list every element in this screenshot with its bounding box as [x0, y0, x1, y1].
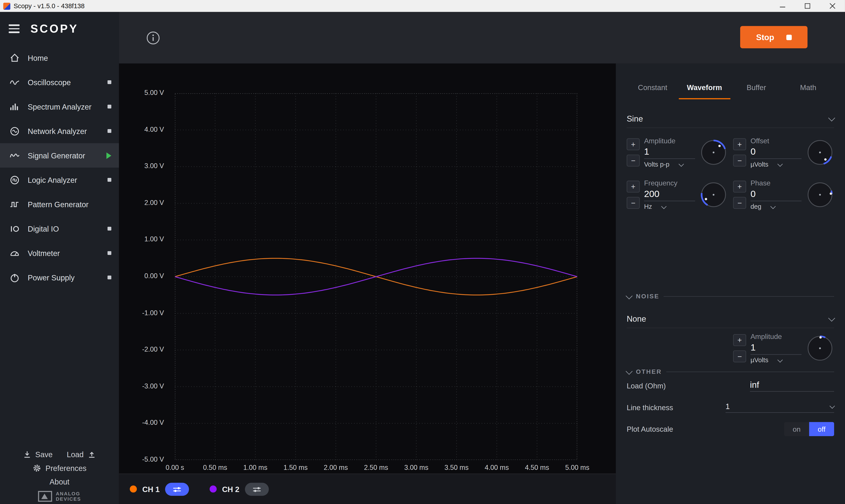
- noise-amplitude-decrement-button[interactable]: −: [733, 350, 746, 362]
- ch2-settings-button[interactable]: [245, 483, 269, 496]
- sidebar-item-logic-analyzer[interactable]: Logic Analyzer: [0, 168, 119, 192]
- sidebar-item-home[interactable]: Home: [0, 46, 119, 70]
- frequency-increment-button[interactable]: +: [627, 181, 640, 193]
- instrument-indicator[interactable]: [107, 178, 111, 182]
- window-title: Scopy - v1.5.0 - 438f138: [14, 2, 770, 10]
- phase-unit: deg: [751, 203, 761, 211]
- pattern-generator-icon: [8, 198, 21, 210]
- line-thickness-select[interactable]: 1: [725, 402, 834, 413]
- sliders-icon: [171, 486, 182, 492]
- phase-knob[interactable]: [806, 181, 834, 209]
- gear-icon: [32, 464, 41, 472]
- noise-type-value: None: [627, 314, 646, 323]
- load-button[interactable]: Load: [67, 450, 96, 459]
- ch1-color-dot: [130, 486, 137, 493]
- offset-value[interactable]: 0: [751, 146, 801, 159]
- line-thickness-label: Line thickness: [627, 403, 673, 412]
- offset-increment-button[interactable]: +: [733, 139, 746, 150]
- offset-knob[interactable]: [806, 139, 834, 167]
- instrument-indicator[interactable]: [107, 80, 111, 84]
- amplitude-unit-select[interactable]: Volts p-p: [644, 161, 695, 168]
- tab-math[interactable]: Math: [782, 75, 834, 100]
- instrument-indicator[interactable]: [107, 275, 111, 279]
- sidebar-item-oscilloscope[interactable]: Oscilloscope: [0, 70, 119, 94]
- preferences-button[interactable]: Preferences: [32, 464, 86, 472]
- autoscale-off-option[interactable]: off: [809, 422, 834, 436]
- offset-label: Offset: [751, 137, 801, 145]
- sidebar-item-signal-generator[interactable]: Signal Generator: [0, 143, 119, 168]
- autoscale-on-option[interactable]: on: [784, 422, 809, 436]
- y-tick-label: 3.00 V: [115, 162, 164, 170]
- maximize-icon: [805, 3, 810, 8]
- amplitude-decrement-button[interactable]: −: [627, 155, 640, 167]
- instrument-indicator[interactable]: [107, 129, 111, 133]
- sidebar-item-power-supply[interactable]: Power Supply: [0, 265, 119, 290]
- x-tick-label: 2.00 ms: [324, 464, 348, 471]
- noise-type-select[interactable]: None: [627, 309, 834, 328]
- minimize-button[interactable]: [770, 0, 795, 12]
- offset-unit-select[interactable]: µVolts: [751, 161, 801, 168]
- running-indicator[interactable]: [106, 152, 111, 159]
- tab-constant[interactable]: Constant: [627, 75, 679, 100]
- frequency-unit-select[interactable]: Hz: [644, 203, 695, 211]
- brand-line1: ANALOG: [56, 491, 81, 496]
- phase-value[interactable]: 0: [751, 189, 801, 201]
- noise-amplitude-increment-button[interactable]: +: [733, 334, 746, 346]
- menu-icon[interactable]: [8, 25, 19, 33]
- sidebar-item-network-analyzer[interactable]: Network Analyzer: [0, 119, 119, 143]
- settings-tabs: Constant Waveform Buffer Math: [627, 75, 834, 100]
- noise-amplitude-knob[interactable]: [806, 334, 834, 362]
- window-controls: [770, 0, 845, 12]
- chevron-down-icon: [828, 114, 835, 121]
- home-icon: [8, 52, 21, 64]
- about-label: About: [50, 478, 69, 486]
- channel-bar: CH 1 CH 2: [119, 474, 616, 504]
- sidebar-item-digital-io[interactable]: Digital IO: [0, 216, 119, 241]
- y-tick-label: -2.00 V: [115, 346, 164, 353]
- logic-analyzer-icon: [8, 174, 21, 186]
- x-tick-label: 4.50 ms: [525, 464, 549, 471]
- plot-section: 5.00 V4.00 V3.00 V2.00 V1.00 V0.00 V-1.0…: [119, 64, 616, 504]
- tab-buffer[interactable]: Buffer: [730, 75, 782, 100]
- sidebar-item-voltmeter[interactable]: Voltmeter: [0, 241, 119, 265]
- instrument-indicator[interactable]: [107, 227, 111, 231]
- ch1-label[interactable]: CH 1: [142, 485, 160, 493]
- waveform-plot[interactable]: 5.00 V4.00 V3.00 V2.00 V1.00 V0.00 V-1.0…: [119, 64, 616, 474]
- phase-increment-button[interactable]: +: [733, 181, 746, 193]
- info-icon[interactable]: [146, 31, 160, 47]
- plot-canvas[interactable]: [175, 93, 577, 460]
- ch1-settings-button[interactable]: [165, 483, 189, 496]
- offset-decrement-button[interactable]: −: [733, 155, 746, 167]
- other-section-header[interactable]: OTHER: [627, 368, 834, 375]
- noise-section-header[interactable]: NOISE: [627, 293, 834, 299]
- frequency-decrement-button[interactable]: −: [627, 197, 640, 209]
- tab-waveform[interactable]: Waveform: [678, 75, 730, 100]
- phase-unit-select[interactable]: deg: [751, 203, 801, 211]
- y-tick-label: 4.00 V: [115, 126, 164, 133]
- instrument-indicator[interactable]: [107, 251, 111, 255]
- frequency-knob[interactable]: [700, 181, 728, 209]
- noise-amplitude-unit-select[interactable]: µVolts: [751, 357, 801, 364]
- about-button[interactable]: About: [50, 478, 69, 486]
- close-button[interactable]: [820, 0, 845, 12]
- maximize-button[interactable]: [795, 0, 820, 12]
- frequency-value[interactable]: 200: [644, 189, 695, 201]
- phase-decrement-button[interactable]: −: [733, 197, 746, 209]
- waveform-type-select[interactable]: Sine: [627, 109, 834, 128]
- stop-button[interactable]: Stop: [740, 26, 808, 48]
- amplitude-increment-button[interactable]: +: [627, 139, 640, 150]
- instrument-indicator[interactable]: [107, 105, 111, 108]
- noise-amplitude-value[interactable]: 1: [751, 342, 801, 355]
- load-input[interactable]: inf: [750, 380, 834, 391]
- save-button[interactable]: Save: [23, 450, 53, 459]
- amplitude-knob[interactable]: [700, 139, 728, 167]
- ch2-label[interactable]: CH 2: [222, 485, 239, 493]
- amplitude-value[interactable]: 1: [644, 146, 695, 159]
- sidebar-item-spectrum-analyzer[interactable]: Spectrum Analyzer: [0, 94, 119, 119]
- chevron-down-icon: [777, 161, 782, 166]
- save-label: Save: [35, 450, 53, 459]
- load-row: Load (Ohm) inf: [627, 375, 834, 397]
- brand-line2: DEVICES: [56, 496, 81, 502]
- sidebar-item-pattern-generator[interactable]: Pattern Generator: [0, 192, 119, 216]
- y-tick-label: -4.00 V: [115, 419, 164, 427]
